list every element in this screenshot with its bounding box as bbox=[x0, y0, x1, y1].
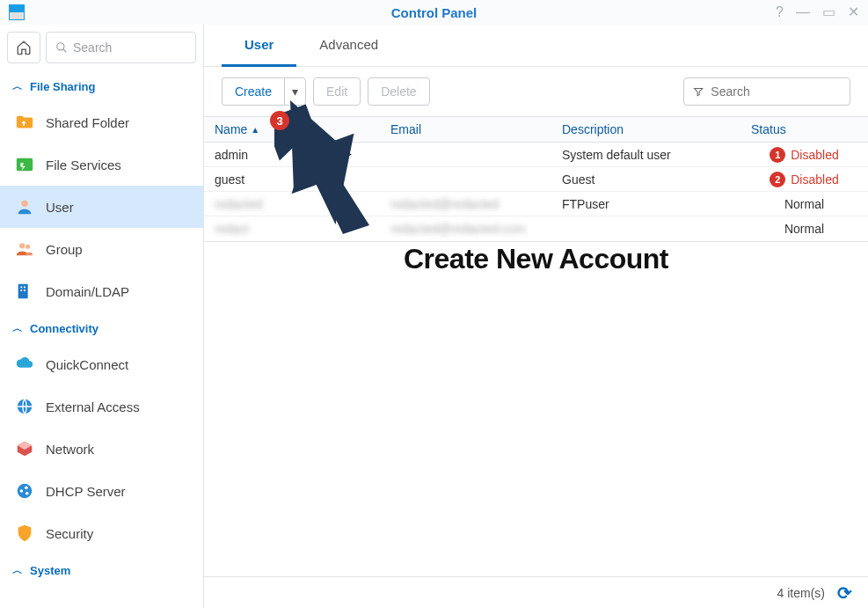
user-icon bbox=[14, 196, 35, 217]
cell-status: Normal bbox=[740, 216, 868, 241]
cell-status: 1 Disabled bbox=[740, 142, 868, 168]
sidebar-item-group[interactable]: Group bbox=[0, 228, 203, 270]
svg-line-1 bbox=[63, 49, 67, 53]
window-controls: ? — ▭ ✕ bbox=[776, 5, 859, 19]
section-header-system[interactable]: ︿ System bbox=[0, 554, 203, 585]
column-header-email[interactable]: Email bbox=[380, 117, 551, 142]
tab-user[interactable]: User bbox=[222, 25, 296, 67]
cell-description: System default user bbox=[551, 143, 740, 167]
section-header-connectivity[interactable]: ︿ Connectivity bbox=[0, 312, 203, 343]
sidebar-item-label: DHCP Server bbox=[46, 484, 126, 499]
cell-email bbox=[380, 174, 551, 185]
cell-email: redacted@redacted.com bbox=[380, 216, 551, 241]
item-count: 4 item(s) bbox=[777, 586, 825, 600]
delete-button[interactable]: Delete bbox=[368, 77, 429, 106]
filter-search[interactable] bbox=[683, 77, 850, 106]
user-table: Name ▲ Email Description Status admin Sy… bbox=[204, 116, 868, 242]
section-title: System bbox=[30, 564, 70, 577]
sidebar-item-label: Domain/LDAP bbox=[46, 284, 129, 299]
tab-advanced[interactable]: Advanced bbox=[296, 25, 401, 67]
svg-rect-10 bbox=[24, 289, 26, 291]
shield-icon bbox=[14, 523, 35, 544]
svg-rect-7 bbox=[20, 287, 22, 289]
cell-name: redacted bbox=[204, 192, 380, 216]
cell-email bbox=[380, 150, 551, 160]
title-bar: Control Panel ? — ▭ ✕ bbox=[0, 0, 868, 25]
sidebar-search-input[interactable] bbox=[73, 40, 186, 55]
footer: 4 item(s) ⟳ bbox=[204, 576, 868, 608]
refresh-icon[interactable]: ⟳ bbox=[837, 582, 852, 604]
toolbar: Create ▾ Edit Delete bbox=[204, 67, 868, 116]
cell-name: guest bbox=[204, 167, 380, 192]
sidebar-item-security[interactable]: Security bbox=[0, 512, 203, 554]
close-icon[interactable]: ✕ bbox=[848, 5, 859, 19]
cell-description bbox=[551, 223, 740, 234]
svg-point-15 bbox=[26, 492, 29, 495]
sidebar-item-file-services[interactable]: File Services bbox=[0, 143, 203, 186]
sidebar-item-label: External Access bbox=[46, 399, 140, 414]
cell-status: Normal bbox=[740, 192, 868, 216]
create-dropdown-caret[interactable]: ▾ bbox=[284, 77, 306, 106]
chevron-up-icon: ︿ bbox=[12, 563, 23, 578]
quickconnect-icon bbox=[14, 354, 35, 375]
sidebar-item-external-access[interactable]: External Access bbox=[0, 385, 203, 428]
cell-name: admin bbox=[204, 143, 380, 167]
table-row[interactable]: redact redacted@redacted.com Normal bbox=[204, 216, 868, 241]
table-row[interactable]: redacted redacted@redacted FTPuser Norma… bbox=[204, 192, 868, 216]
sidebar-item-domain-ldap[interactable]: Domain/LDAP bbox=[0, 270, 203, 312]
maximize-icon[interactable]: ▭ bbox=[822, 5, 835, 19]
create-button[interactable]: Create bbox=[222, 77, 284, 106]
cell-email: redacted@redacted bbox=[380, 192, 551, 216]
sidebar-item-user[interactable]: User bbox=[0, 186, 203, 228]
cell-status: 2 Disabled bbox=[740, 166, 868, 193]
column-header-description[interactable]: Description bbox=[551, 117, 740, 142]
tabs: User Advanced bbox=[204, 25, 868, 67]
minimize-icon[interactable]: — bbox=[796, 5, 810, 19]
search-icon bbox=[55, 41, 68, 54]
chevron-up-icon: ︿ bbox=[12, 79, 23, 94]
domain-ldap-icon bbox=[14, 281, 35, 302]
sort-asc-icon: ▲ bbox=[251, 125, 259, 135]
group-icon bbox=[14, 238, 35, 260]
svg-point-5 bbox=[26, 245, 30, 249]
table-row[interactable]: guest Guest 2 Disabled bbox=[204, 167, 868, 192]
annotation-badge-icon: 1 bbox=[770, 147, 785, 163]
home-button[interactable] bbox=[7, 32, 40, 63]
sidebar: ︿ File Sharing Shared Folder File Servic… bbox=[0, 25, 204, 608]
sidebar-item-label: Group bbox=[46, 242, 83, 257]
sidebar-item-shared-folder[interactable]: Shared Folder bbox=[0, 101, 203, 143]
file-services-icon bbox=[14, 154, 35, 175]
caret-down-icon: ▾ bbox=[292, 84, 298, 99]
sidebar-search[interactable] bbox=[46, 32, 196, 63]
external-access-icon bbox=[14, 396, 35, 417]
svg-point-14 bbox=[25, 487, 28, 490]
column-header-name[interactable]: Name ▲ bbox=[204, 117, 380, 142]
svg-rect-2 bbox=[17, 158, 33, 172]
section-header-file-sharing[interactable]: ︿ File Sharing bbox=[0, 70, 203, 101]
svg-rect-8 bbox=[24, 287, 26, 289]
svg-rect-9 bbox=[20, 289, 22, 291]
network-icon bbox=[14, 438, 35, 459]
help-icon[interactable]: ? bbox=[776, 5, 784, 19]
sidebar-item-label: File Services bbox=[46, 157, 121, 172]
table-row[interactable]: admin System default user 1 Disabled bbox=[204, 143, 868, 167]
sidebar-item-label: Shared Folder bbox=[46, 115, 129, 130]
table-head: Name ▲ Email Description Status bbox=[204, 117, 868, 143]
column-header-status[interactable]: Status bbox=[740, 117, 868, 142]
sidebar-item-network[interactable]: Network bbox=[0, 428, 203, 470]
annotation-badge-icon: 2 bbox=[770, 172, 785, 187]
edit-button[interactable]: Edit bbox=[313, 77, 361, 106]
filter-search-input[interactable] bbox=[711, 84, 841, 99]
sidebar-item-quickconnect[interactable]: QuickConnect bbox=[0, 343, 203, 385]
sidebar-item-label: Security bbox=[46, 526, 93, 541]
svg-point-13 bbox=[20, 489, 24, 493]
sidebar-item-dhcp-server[interactable]: DHCP Server bbox=[0, 470, 203, 512]
svg-point-0 bbox=[57, 43, 64, 50]
filter-icon bbox=[693, 85, 704, 98]
create-button-group: Create ▾ bbox=[222, 77, 306, 106]
svg-point-12 bbox=[18, 484, 33, 499]
chevron-up-icon: ︿ bbox=[12, 321, 23, 336]
svg-rect-6 bbox=[18, 284, 28, 299]
svg-point-3 bbox=[21, 201, 27, 207]
section-title: Connectivity bbox=[30, 322, 98, 335]
